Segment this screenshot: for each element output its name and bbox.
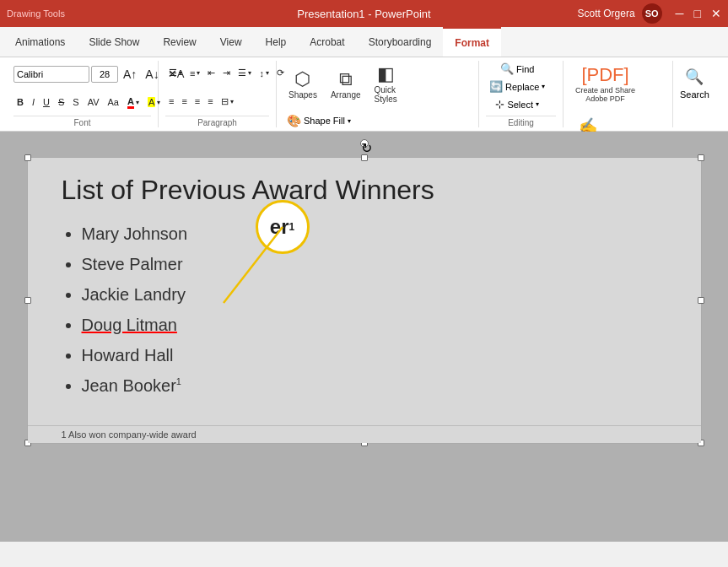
shapes-icon: ⬡ <box>294 70 310 89</box>
align-row: ≡ ≡ ≡ ≡ ⊟ ▾ <box>165 95 237 108</box>
tab-format[interactable]: Format <box>443 27 501 57</box>
align-justify-btn[interactable]: ≡ <box>204 95 216 107</box>
user-avatar[interactable]: SO <box>642 3 662 24</box>
find-label: Find <box>516 64 534 74</box>
search-label: Search <box>680 89 709 100</box>
select-arrow: ▾ <box>536 100 539 108</box>
search-group: 🔍 Search <box>673 61 728 127</box>
bold-btn[interactable]: B <box>13 96 27 108</box>
tab-storyboarding[interactable]: Storyboarding <box>357 27 444 57</box>
create-share-pdf-button[interactable]: [PDF] Create and ShareAdobe PDF <box>570 61 640 108</box>
align-center-btn[interactable]: ≡ <box>178 95 190 107</box>
editing-group-content: 🔍 Find 🔄 Replace ▾ ⊹ Select ▾ <box>486 61 548 114</box>
columns-btn[interactable]: ☰ ▾ <box>235 67 255 79</box>
find-icon: 🔍 <box>500 62 514 75</box>
shape-fill-icon: 🎨 <box>287 114 301 127</box>
select-icon: ⊹ <box>495 98 504 111</box>
handle-mid-right[interactable] <box>698 297 704 304</box>
list-row: ☰ ▾ ≡ ▾ ⇤ ⇥ ☰ ▾ ↕ ▾ ⟳ <box>165 67 288 79</box>
close-btn[interactable]: ✕ <box>711 7 721 20</box>
paragraph-group-label: Paragraph <box>165 116 269 127</box>
select-label: Select <box>507 100 533 110</box>
pdf-icon: [PDF] <box>581 66 628 84</box>
tab-help[interactable]: Help <box>254 27 299 57</box>
arrange-icon: ⧉ <box>339 70 353 89</box>
find-button[interactable]: 🔍 Find <box>497 61 537 77</box>
superscript: 1 <box>176 376 181 386</box>
handle-mid-left[interactable] <box>24 297 31 304</box>
replace-button[interactable]: 🔄 Replace ▾ <box>486 78 548 94</box>
ribbon-tabs: Animations Slide Show Review View Help A… <box>0 27 728 57</box>
footnote-text: 1 Also won company-wide award <box>62 429 197 440</box>
outdent-btn[interactable]: ⇤ <box>204 67 218 79</box>
line-spacing-btn[interactable]: ↕ ▾ <box>256 68 272 79</box>
font-group-label: Font <box>13 116 151 127</box>
footnote-area: 1 Also won company-wide award <box>28 425 701 443</box>
indent-btn[interactable]: ⇥ <box>219 67 234 79</box>
rotate-handle[interactable]: ↻ <box>360 139 369 148</box>
slide[interactable]: ↻ List of Previous Award Winners Mary Jo… <box>27 157 702 444</box>
user-name: Scott Orgera <box>578 8 635 19</box>
minimize-btn[interactable]: ─ <box>676 7 684 20</box>
shape-fill-button[interactable]: 🎨 Shape Fill ▾ <box>283 113 369 128</box>
drawing-tools-label: Drawing Tools <box>7 8 65 19</box>
increase-font-btn[interactable]: A↑ <box>120 67 140 82</box>
underline-btn[interactable]: U <box>40 96 53 108</box>
editing-group-label: Editing <box>486 116 556 127</box>
case-btn[interactable]: Aa <box>105 96 122 108</box>
italic-btn[interactable]: I <box>29 96 38 108</box>
font-name-input[interactable] <box>13 66 89 83</box>
shapes-label: Shapes <box>289 90 317 100</box>
search-icon: 🔍 <box>685 68 704 86</box>
numbering-btn[interactable]: ≡ ▾ <box>186 68 203 79</box>
select-button[interactable]: ⊹ Select ▾ <box>492 96 542 112</box>
strikethrough-btn[interactable]: S <box>55 96 67 108</box>
list-item: Jean Booker1 <box>82 371 667 400</box>
tab-animations[interactable]: Animations <box>3 27 77 57</box>
handle-top-left[interactable] <box>24 154 31 161</box>
handle-top-right[interactable] <box>698 154 704 161</box>
quick-styles-icon: ◧ <box>377 65 395 84</box>
align-left-btn[interactable]: ≡ <box>165 95 177 107</box>
create-share-label: Create and ShareAdobe PDF <box>575 86 635 103</box>
quick-styles-label: QuickStyles <box>375 85 397 104</box>
font-size-input[interactable] <box>91 66 118 83</box>
align-right-btn[interactable]: ≡ <box>191 95 203 107</box>
tab-slideshow[interactable]: Slide Show <box>77 27 151 57</box>
replace-label: Replace <box>505 82 539 92</box>
quick-styles-button[interactable]: ◧ QuickStyles <box>369 61 402 108</box>
tab-review[interactable]: Review <box>151 27 208 57</box>
spacing-btn[interactable]: AV <box>84 96 103 108</box>
tab-view[interactable]: View <box>208 27 254 57</box>
window-title: Presentation1 - PowerPoint <box>297 8 430 20</box>
shape-fill-label: Shape Fill <box>304 116 345 126</box>
columns2-btn[interactable]: ⊟ ▾ <box>218 95 237 108</box>
title-bar-right: Scott Orgera SO ─ □ ✕ <box>578 3 721 24</box>
drawing-group: ⬡ Shapes ⧉ Arrange ◧ QuickStyles 🎨 Shape… <box>277 61 479 127</box>
ribbon: A↑ A↓ ✕A B I U S S AV Aa A ▾ A ▾ Font ☰ … <box>0 57 728 132</box>
title-bar: Drawing Tools Presentation1 - PowerPoint… <box>0 0 728 27</box>
paragraph-group: ☰ ▾ ≡ ▾ ⇤ ⇥ ☰ ▾ ↕ ▾ ⟳ ≡ ≡ ≡ ≡ ⊟ ▾ Paragr… <box>159 61 277 127</box>
adobe-group: [PDF] Create and ShareAdobe PDF ✍ Requ.S… <box>564 61 673 127</box>
slide-area: ↻ List of Previous Award Winners Mary Jo… <box>0 132 728 542</box>
editing-group: 🔍 Find 🔄 Replace ▾ ⊹ Select ▾ Editing <box>479 61 564 127</box>
font-group: A↑ A↓ ✕A B I U S S AV Aa A ▾ A ▾ Font <box>7 61 159 127</box>
bullets-btn[interactable]: ☰ ▾ <box>165 67 186 79</box>
list-item: Howard Hall <box>82 341 667 370</box>
font-color-btn[interactable]: A ▾ <box>124 95 143 110</box>
shapes-button[interactable]: ⬡ Shapes <box>283 61 322 108</box>
arrange-label: Arrange <box>331 90 361 100</box>
slide-title: List of Previous Award Winners <box>62 175 667 206</box>
replace-arrow: ▾ <box>542 83 545 90</box>
tab-acrobat[interactable]: Acrobat <box>298 27 356 57</box>
replace-icon: 🔄 <box>489 80 503 93</box>
shadow-btn[interactable]: S <box>69 96 82 108</box>
handle-top-mid[interactable] <box>361 154 368 161</box>
arrange-button[interactable]: ⧉ Arrange <box>326 61 366 108</box>
zoom-pointer-line <box>283 227 418 328</box>
shape-fill-arrow: ▾ <box>348 117 351 125</box>
restore-btn[interactable]: □ <box>694 7 701 20</box>
paragraph-group-content: ☰ ▾ ≡ ▾ ⇤ ⇥ ☰ ▾ ↕ ▾ ⟳ ≡ ≡ ≡ ≡ ⊟ ▾ <box>165 61 288 114</box>
